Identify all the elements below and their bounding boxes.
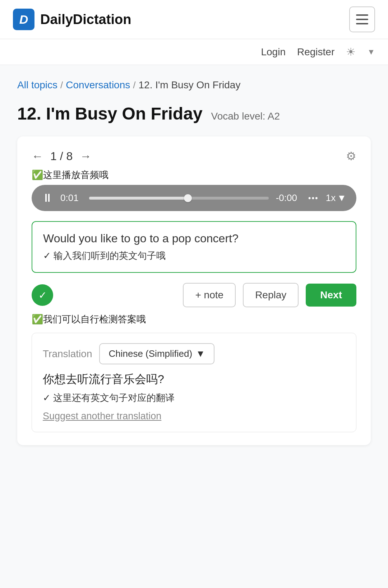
language-dropdown-icon: ▼: [196, 348, 205, 359]
app-header: D DailyDictation: [0, 0, 388, 39]
check-annotation: ✅我们可以自行检测答案哦: [32, 313, 356, 326]
nav-arrows: ← 1 / 8 →: [32, 150, 91, 163]
sentence-nav: ← 1 / 8 → ⚙: [32, 149, 356, 163]
breadcrumb-sep-1: /: [60, 80, 63, 91]
breadcrumb-sep-2: /: [133, 80, 135, 91]
breadcrumb-all-topics[interactable]: All topics: [17, 79, 57, 91]
settings-button[interactable]: ⚙: [346, 149, 356, 163]
nav-bar: Login Register ☀ ▼: [0, 39, 388, 65]
login-link[interactable]: Login: [261, 46, 286, 58]
nav-dropdown-icon[interactable]: ▼: [367, 47, 375, 57]
audio-options-icon[interactable]: •••: [308, 193, 319, 203]
replay-button[interactable]: Replay: [243, 283, 299, 307]
breadcrumb-current: 12. I'm Busy On Friday: [139, 79, 241, 91]
pause-icon: ⏸: [42, 191, 53, 205]
speed-dropdown-icon: ▼: [337, 192, 346, 204]
answer-text: Would you like to go to a pop concert?: [43, 232, 345, 245]
answer-box: Would you like to go to a pop concert? ✓…: [32, 221, 356, 273]
hamburger-button[interactable]: [349, 6, 375, 32]
language-select-button[interactable]: Chinese (Simplified) ▼: [99, 343, 214, 364]
add-note-button[interactable]: + note: [183, 283, 236, 307]
page-title: 12. I'm Busy On Friday: [17, 104, 203, 123]
breadcrumb-conversations[interactable]: Conversations: [66, 79, 130, 91]
translation-text: 你想去听流行音乐会吗?: [43, 372, 345, 387]
exercise-card: ← 1 / 8 → ⚙ ✅这里播放音频哦 ⏸ 0:01 -0:00 ••• 1x: [17, 136, 371, 445]
audio-progress-bar[interactable]: [89, 197, 269, 200]
next-sentence-button[interactable]: →: [80, 150, 91, 163]
check-answer-button[interactable]: ✓: [32, 284, 53, 306]
check-icon: ✓: [38, 289, 47, 301]
page-title-row: 12. I'm Busy On Friday Vocab level: A2: [17, 104, 371, 123]
play-pause-button[interactable]: ⏸: [42, 191, 53, 205]
logo-icon: D: [13, 9, 34, 30]
hamburger-line-2: [356, 19, 368, 20]
playback-speed-button[interactable]: 1x ▼: [326, 192, 346, 204]
register-link[interactable]: Register: [297, 46, 334, 58]
vocab-level: Vocab level: A2: [211, 111, 280, 122]
app-name: DailyDictation: [40, 12, 131, 27]
language-name: Chinese (Simplified): [108, 348, 192, 359]
breadcrumb: All topics / Conversations / 12. I'm Bus…: [17, 79, 371, 91]
translation-section: Translation Chinese (Simplified) ▼ 你想去听流…: [32, 333, 356, 432]
main-content: All topics / Conversations / 12. I'm Bus…: [0, 65, 388, 459]
audio-annotation: ✅这里播放音频哦: [32, 169, 356, 181]
theme-toggle-icon[interactable]: ☀: [346, 46, 356, 58]
audio-progress-fill: [89, 197, 188, 200]
hamburger-line-1: [356, 14, 368, 16]
translation-annotation: ✓ 这里还有英文句子对应的翻译: [43, 392, 345, 404]
audio-time-end: -0:00: [276, 192, 301, 204]
sentence-counter: 1 / 8: [50, 150, 73, 163]
logo-area: D DailyDictation: [13, 9, 131, 30]
suggest-translation-link[interactable]: Suggest another translation: [43, 411, 161, 421]
next-button[interactable]: Next: [306, 284, 356, 307]
audio-time-start: 0:01: [60, 192, 82, 204]
answer-annotation: ✓ 输入我们听到的英文句子哦: [43, 249, 345, 262]
audio-progress-thumb: [184, 194, 192, 202]
translation-label: Translation: [43, 348, 92, 360]
action-buttons-row: ✓ + note Replay Next: [32, 283, 356, 307]
hamburger-line-3: [356, 23, 368, 24]
prev-sentence-button[interactable]: ←: [32, 150, 43, 163]
audio-player: ⏸ 0:01 -0:00 ••• 1x ▼: [32, 185, 356, 211]
translation-header: Translation Chinese (Simplified) ▼: [43, 343, 345, 364]
